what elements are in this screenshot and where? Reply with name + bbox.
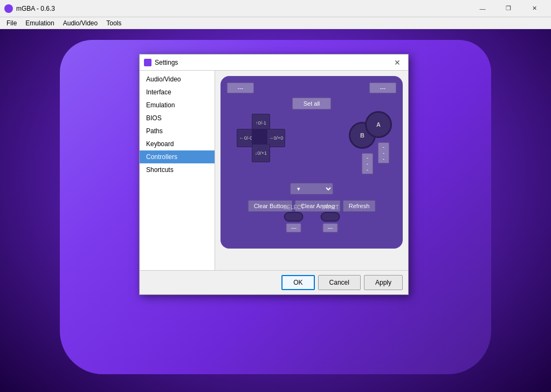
dialog-close-button[interactable]: ✕	[391, 56, 404, 69]
app-title: mGBA - 0.6.3	[16, 5, 470, 12]
settings-dialog: Settings ✕ Audio/Video Interface Emulati…	[139, 54, 409, 295]
nav-item-bios[interactable]: BIOS	[140, 112, 215, 125]
maximize-button[interactable]: ❐	[496, 0, 521, 17]
top-buttons-row: --- ---	[227, 82, 396, 93]
refresh-btn[interactable]: Refresh	[343, 200, 376, 212]
select-group: SELECT ---	[284, 204, 305, 232]
menu-audio-video[interactable]: Audio/Video	[59, 18, 102, 28]
dpad-area: ↑0/-1 ←0/-0 →0/+0 ↓0/+1	[237, 114, 285, 162]
app-icon	[4, 4, 13, 13]
start-label: START	[322, 204, 339, 210]
menubar: File Emulation Audio/Video Tools	[0, 17, 551, 29]
settings-body: Audio/Video Interface Emulation BIOS Pat…	[140, 71, 408, 270]
start-group: START ---	[320, 204, 340, 232]
nav-item-interface[interactable]: Interface	[140, 86, 215, 99]
select-start-area: SELECT --- START ---	[284, 204, 340, 232]
set-all-button[interactable]: Set all	[292, 98, 332, 109]
set-all-row: Set all	[227, 98, 396, 109]
settings-nav: Audio/Video Interface Emulation BIOS Pat…	[140, 71, 215, 270]
select-oval[interactable]	[284, 212, 304, 222]
nav-item-paths[interactable]: Paths	[140, 125, 215, 137]
close-button[interactable]: ✕	[522, 0, 547, 17]
apply-button[interactable]: Apply	[364, 275, 403, 290]
nav-item-keyboard[interactable]: Keyboard	[140, 137, 215, 150]
menu-emulation[interactable]: Emulation	[21, 18, 58, 28]
a-button[interactable]: A	[365, 111, 392, 138]
titlebar: mGBA - 0.6.3 — ❐ ✕	[0, 0, 551, 17]
b-label-button[interactable]: ---	[362, 153, 373, 174]
start-btn[interactable]: ---	[322, 223, 338, 232]
select-label: SELECT	[284, 204, 305, 210]
settings-footer: OK Cancel Apply	[140, 270, 408, 294]
cancel-button[interactable]: Cancel	[318, 275, 361, 290]
start-oval[interactable]	[320, 212, 340, 222]
window-controls: — ❐ ✕	[470, 0, 547, 17]
dialog-title: Settings	[155, 59, 391, 66]
menu-file[interactable]: File	[2, 18, 21, 28]
left-shoulder-button[interactable]: ---	[227, 82, 254, 93]
controller-dropdown-row: ▾	[290, 183, 333, 195]
nav-item-controllers[interactable]: Controllers	[140, 150, 215, 163]
menu-tools[interactable]: Tools	[102, 18, 126, 28]
nav-item-emulation[interactable]: Emulation	[140, 99, 215, 112]
dpad-cross: ↑0/-1 ←0/-0 →0/+0 ↓0/+1	[237, 114, 285, 162]
nav-item-audio-video[interactable]: Audio/Video	[140, 73, 215, 86]
a-label-button[interactable]: ---	[378, 142, 389, 163]
settings-content: --- --- Set all ↑0/-1 ←0/-0 →0/+0 ↓0/+1	[215, 71, 408, 270]
right-shoulder-button[interactable]: ---	[369, 82, 396, 93]
nav-item-shortcuts[interactable]: Shortcuts	[140, 163, 215, 176]
select-btn[interactable]: ---	[286, 223, 301, 232]
dialog-titlebar: Settings ✕	[140, 54, 408, 71]
controller-panel: --- --- Set all ↑0/-1 ←0/-0 →0/+0 ↓0/+1	[221, 76, 403, 249]
dialog-icon	[144, 59, 151, 66]
minimize-button[interactable]: —	[470, 0, 495, 17]
ok-button[interactable]: OK	[281, 275, 314, 290]
controller-select[interactable]: ▾	[290, 183, 333, 195]
dpad-down-button[interactable]: ↓0/+1	[252, 144, 270, 162]
